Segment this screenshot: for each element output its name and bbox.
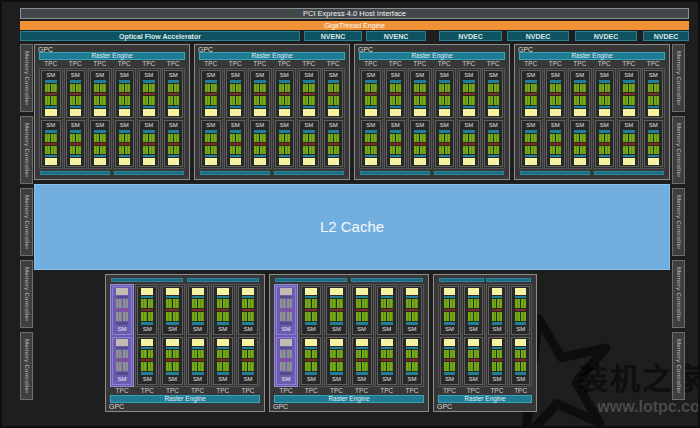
sm-scheduler-teal-bar (381, 322, 393, 325)
nvenc-block: NVENC (304, 31, 362, 41)
sm-scheduler-teal-bar (574, 130, 586, 133)
sm-core-block (254, 84, 259, 92)
sm-core-grid (230, 134, 242, 142)
sm-core-grid (525, 84, 537, 92)
sm-tile: SM (188, 337, 208, 386)
sm-core-block (279, 146, 284, 154)
sm-core-block (45, 84, 50, 92)
tpc-box: SMSM (297, 68, 321, 169)
sm-scheduler-teal-bar (280, 322, 292, 325)
sm-core-block (141, 350, 147, 359)
sm-texture-yellow-bar (205, 158, 217, 165)
sm-tile: SM (644, 120, 664, 168)
sm-core-block (574, 134, 579, 142)
sm-core-block (236, 96, 241, 104)
sm-tile: SM (377, 286, 397, 335)
l2-link-bars (360, 171, 504, 175)
sm-lsu-teal-bar (280, 296, 292, 298)
sm-core-block (362, 350, 368, 359)
sm-core-grid (254, 146, 266, 154)
sm-tile: SM (112, 286, 132, 335)
sm-divider-red-bar (468, 359, 479, 361)
sm-label: SM (142, 122, 156, 129)
sm-core-grid (45, 96, 57, 104)
sm-core-grid (305, 362, 317, 371)
sm-label: SM (44, 72, 58, 79)
tpc-label: TPC (135, 387, 159, 395)
tpc-label: TPC (519, 60, 543, 68)
sm-lsu-teal-bar (303, 155, 315, 157)
sm-core-grid (328, 84, 340, 92)
sm-core-grid (143, 84, 155, 92)
sm-lsu-teal-bar (330, 347, 342, 349)
sm-tile: SM (137, 337, 157, 386)
sm-core-block (356, 312, 362, 321)
sm-label: SM (93, 122, 107, 129)
sm-core-grid (166, 312, 178, 321)
sm-lsu-teal-bar (230, 106, 242, 108)
sm-label: SM (514, 326, 527, 333)
sm-lsu-teal-bar (365, 155, 377, 157)
sm-core-grid (166, 299, 178, 308)
sm-core-block (174, 134, 179, 142)
sm-core-grid (45, 134, 57, 142)
sm-core-block (305, 362, 311, 371)
sm-label: SM (304, 326, 318, 333)
sm-tile: SM (440, 286, 459, 335)
sm-divider-red-bar (623, 93, 635, 95)
sm-core-grid (254, 134, 266, 142)
sm-core-block (148, 312, 154, 321)
sm-texture-yellow-bar (305, 288, 317, 295)
sm-core-grid (94, 96, 106, 104)
sm-divider-red-bar (94, 93, 106, 95)
sm-tile: SM (162, 337, 182, 386)
sm-lsu-teal-bar (143, 106, 155, 108)
sm-core-block (198, 312, 204, 321)
sm-core-block (248, 312, 254, 321)
sm-core-block (521, 299, 526, 308)
sm-divider-red-bar (550, 143, 562, 145)
sm-core-grid (205, 96, 217, 104)
sm-lsu-teal-bar (365, 106, 377, 108)
sm-core-block (521, 312, 526, 321)
l2-link-bar (111, 278, 183, 282)
tpc-column: TPCSMSM (457, 60, 481, 169)
sm-label: SM (327, 72, 341, 79)
sm-core-grid (444, 312, 455, 321)
sm-core-block (550, 146, 555, 154)
sm-label: SM (487, 122, 501, 129)
tpc-box: SMSM (384, 68, 408, 169)
sm-core-block (629, 134, 634, 142)
sm-core-block (205, 134, 210, 142)
sm-core-block (497, 350, 502, 359)
sm-core-block (166, 312, 172, 321)
sm-divider-red-bar (463, 93, 475, 95)
sm-core-grid (280, 299, 292, 308)
sm-tile: SM (299, 120, 319, 168)
sm-scheduler-teal-bar (242, 322, 254, 325)
sm-label: SM (647, 122, 661, 129)
sm-divider-red-bar (356, 359, 368, 361)
tpc-label: TPC (433, 60, 457, 68)
sm-core-block (236, 134, 241, 142)
sm-scheduler-teal-bar (414, 80, 426, 83)
tpc-box: SMSM (509, 284, 532, 387)
sm-lsu-teal-bar (230, 155, 242, 157)
sm-label: SM (598, 72, 612, 79)
sm-label: SM (165, 376, 179, 383)
sm-label: SM (253, 122, 267, 129)
sm-core-block (51, 84, 56, 92)
sm-texture-yellow-bar (242, 288, 254, 295)
sm-core-block (123, 312, 129, 321)
sm-lsu-teal-bar (406, 347, 418, 349)
sm-core-block (328, 84, 333, 92)
sm-texture-yellow-bar (444, 288, 455, 295)
sm-core-grid (330, 312, 342, 321)
sm-label: SM (253, 72, 267, 79)
sm-lsu-teal-bar (279, 106, 291, 108)
sm-texture-yellow-bar (280, 339, 292, 346)
sm-core-block (605, 134, 610, 142)
sm-divider-red-bar (463, 143, 475, 145)
sm-texture-yellow-bar (45, 158, 57, 165)
sm-core-block (285, 96, 290, 104)
